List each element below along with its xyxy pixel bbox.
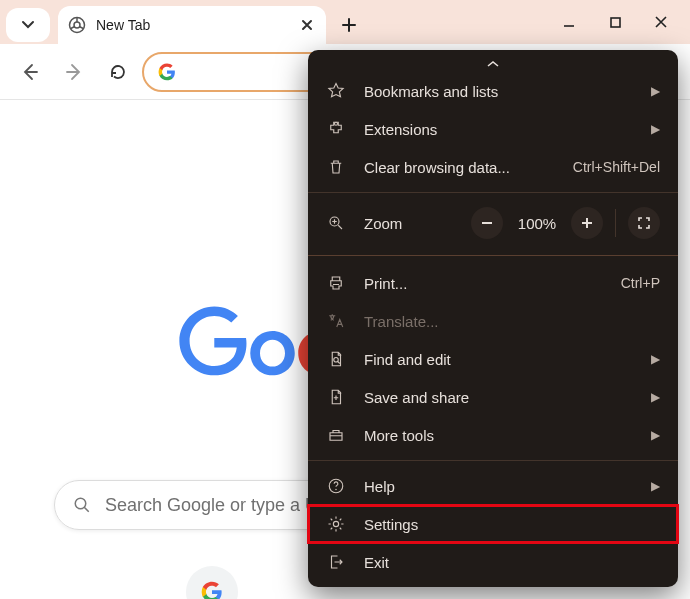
menu-label: Save and share — [364, 389, 633, 406]
menu-zoom: Zoom 100% — [308, 199, 678, 247]
menu-print[interactable]: Print... Ctrl+P — [308, 264, 678, 302]
menu-label: Help — [364, 478, 633, 495]
back-button[interactable] — [10, 52, 50, 92]
menu-help[interactable]: Help ▶ — [308, 467, 678, 505]
google-g-icon — [158, 63, 176, 81]
menu-settings[interactable]: Settings — [308, 505, 678, 543]
zoom-value: 100% — [513, 215, 561, 232]
menu-clear-browsing-data[interactable]: Clear browsing data... Ctrl+Shift+Del — [308, 148, 678, 186]
tab-search-button[interactable] — [6, 8, 50, 42]
fullscreen-button[interactable] — [628, 207, 660, 239]
menu-extensions[interactable]: Extensions ▶ — [308, 110, 678, 148]
chevron-down-icon — [21, 18, 35, 32]
menu-separator — [615, 209, 616, 237]
maximize-button[interactable] — [592, 0, 638, 44]
menu-label: Clear browsing data... — [364, 159, 555, 176]
chevron-right-icon: ▶ — [651, 84, 660, 98]
plus-icon — [341, 17, 357, 33]
minimize-button[interactable] — [546, 0, 592, 44]
zoom-out-button[interactable] — [471, 207, 503, 239]
magnify-icon — [326, 213, 346, 233]
menu-exit[interactable]: Exit — [308, 543, 678, 581]
tab-title: New Tab — [96, 17, 288, 33]
document-search-icon — [326, 349, 346, 369]
menu-separator — [308, 255, 678, 256]
document-plus-icon — [326, 387, 346, 407]
chevron-right-icon: ▶ — [651, 390, 660, 404]
svg-line-8 — [84, 507, 89, 512]
google-g-icon — [201, 581, 223, 599]
close-icon — [654, 15, 668, 29]
minus-icon — [480, 216, 494, 230]
menu-label: Bookmarks and lists — [364, 83, 633, 100]
search-icon — [73, 496, 91, 514]
close-window-button[interactable] — [638, 0, 684, 44]
translate-icon — [326, 311, 346, 331]
refresh-icon — [108, 62, 128, 82]
menu-label: Exit — [364, 554, 660, 571]
menu-separator — [308, 192, 678, 193]
menu-label: More tools — [364, 427, 633, 444]
svg-point-18 — [335, 489, 337, 491]
svg-point-19 — [333, 521, 338, 526]
svg-rect-6 — [611, 18, 620, 27]
maximize-icon — [609, 16, 622, 29]
svg-line-16 — [338, 361, 340, 363]
zoom-in-button[interactable] — [571, 207, 603, 239]
chevron-right-icon: ▶ — [651, 122, 660, 136]
chrome-icon — [68, 16, 86, 34]
chevron-right-icon: ▶ — [651, 428, 660, 442]
tab-active[interactable]: New Tab — [58, 6, 326, 44]
menu-accelerator: Ctrl+P — [621, 275, 660, 291]
puzzle-icon — [326, 119, 346, 139]
menu-find-and-edit[interactable]: Find and edit ▶ — [308, 340, 678, 378]
menu-collapse-caret[interactable] — [308, 56, 678, 72]
svg-line-4 — [79, 27, 84, 29]
zoom-label: Zoom — [364, 215, 453, 232]
svg-point-9 — [335, 122, 338, 125]
close-icon — [301, 19, 313, 31]
tab-strip: New Tab — [0, 0, 690, 44]
exit-icon — [326, 552, 346, 572]
arrow-right-icon — [64, 62, 84, 82]
reload-button[interactable] — [98, 52, 138, 92]
forward-button[interactable] — [54, 52, 94, 92]
toolbox-icon — [326, 425, 346, 445]
plus-icon — [580, 216, 594, 230]
tab-close-button[interactable] — [298, 16, 316, 34]
menu-translate[interactable]: Translate... — [308, 302, 678, 340]
star-icon — [326, 81, 346, 101]
search-placeholder: Search Google or type a URL — [105, 495, 341, 516]
menu-more-tools[interactable]: More tools ▶ — [308, 416, 678, 454]
menu-accelerator: Ctrl+Shift+Del — [573, 159, 660, 175]
help-icon — [326, 476, 346, 496]
print-icon — [326, 273, 346, 293]
svg-point-7 — [75, 498, 86, 509]
fullscreen-icon — [637, 216, 651, 230]
shortcut-tile[interactable] — [186, 566, 238, 599]
menu-separator — [308, 460, 678, 461]
menu-label: Find and edit — [364, 351, 633, 368]
svg-line-3 — [70, 27, 75, 29]
menu-bookmarks[interactable]: Bookmarks and lists ▶ — [308, 72, 678, 110]
menu-label: Extensions — [364, 121, 633, 138]
caret-up-icon — [487, 60, 499, 68]
menu-save-and-share[interactable]: Save and share ▶ — [308, 378, 678, 416]
menu-label: Settings — [364, 516, 660, 533]
new-tab-button[interactable] — [332, 8, 366, 42]
menu-label: Translate... — [364, 313, 660, 330]
trash-icon — [326, 157, 346, 177]
chevron-right-icon: ▶ — [651, 479, 660, 493]
menu-label: Print... — [364, 275, 603, 292]
chevron-right-icon: ▶ — [651, 352, 660, 366]
svg-line-13 — [338, 225, 342, 229]
minimize-icon — [562, 15, 576, 29]
window-controls — [546, 0, 684, 44]
arrow-left-icon — [20, 62, 40, 82]
overflow-menu: Bookmarks and lists ▶ Extensions ▶ Clear… — [308, 50, 678, 587]
gear-icon — [326, 514, 346, 534]
